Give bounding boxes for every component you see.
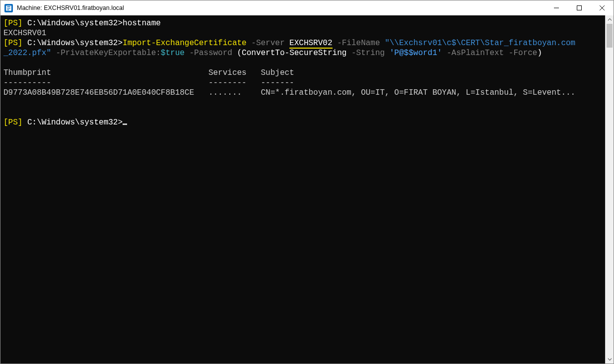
param-asplaintext: -AsPlainText <box>442 49 504 58</box>
param-pke: -PrivateKeyExportable: <box>51 49 161 58</box>
client-area: [PS] C:\Windows\system32>hostname EXCHSR… <box>0 15 614 364</box>
param-server: -Server <box>247 39 289 48</box>
cmd-hostname: hostname <box>123 19 161 28</box>
cursor <box>123 123 127 125</box>
param-string: -String <box>346 49 389 58</box>
title-bar[interactable]: Machine: EXCHSRV01.firatboyan.local <box>0 0 614 15</box>
table-header-services: Services <box>208 68 247 77</box>
maximize-button[interactable] <box>568 0 591 15</box>
param-force: -Force <box>504 49 537 58</box>
paren-open: ( <box>237 49 242 58</box>
table-header-subject: Subject <box>261 68 294 77</box>
scroll-thumb[interactable] <box>607 24 613 48</box>
table-row-thumb: D9773A08B49B728E746EB56D71A0E040CF8B18CE <box>3 88 194 97</box>
param-password: -Password <box>185 49 237 58</box>
table-sep-services: -------- <box>208 78 247 87</box>
minimize-button[interactable] <box>545 0 568 15</box>
scroll-up-button[interactable] <box>606 15 614 24</box>
cmdlet-convert: ConvertTo-SecureString <box>242 49 346 58</box>
prompt-ps: [PS] <box>3 19 22 28</box>
scroll-down-button[interactable] <box>606 355 614 364</box>
value-server: EXCHSRV02 <box>289 39 332 49</box>
app-icon <box>4 4 13 12</box>
table-header-thumb: Thumbprint <box>3 68 51 77</box>
paren-close: ) <box>537 49 542 58</box>
svg-rect-2 <box>577 6 582 10</box>
table-row-subject: CN=*.firatboyan.com, OU=IT, O=FIRAT BOYA… <box>261 88 576 97</box>
terminal-output[interactable]: [PS] C:\Windows\system32>hostname EXCHSR… <box>0 15 605 364</box>
vertical-scrollbar[interactable] <box>605 15 614 364</box>
value-filename-b: _2022.pfx" <box>3 49 51 58</box>
table-sep-thumb: ---------- <box>3 78 51 87</box>
cmdlet-import: Import-ExchangeCertificate <box>123 39 247 48</box>
value-password: 'P@$$word1' <box>390 49 442 58</box>
prompt-path: C:\Windows\system32> <box>22 39 123 48</box>
prompt-ps: [PS] <box>3 39 22 48</box>
close-button[interactable] <box>591 0 614 15</box>
table-row-services: ....... <box>208 88 242 97</box>
table-sep-subject: ------- <box>261 78 294 87</box>
scroll-track[interactable] <box>606 24 614 355</box>
prompt-path: C:\Windows\system32> <box>22 19 123 28</box>
prompt-ps: [PS] <box>3 118 22 127</box>
window-frame: Machine: EXCHSRV01.firatboyan.local [PS]… <box>0 0 614 364</box>
prompt-path: C:\Windows\system32> <box>22 118 123 127</box>
value-filename-a: "\\Exchsrv01\c$\CERT\Star_firatboyan.com <box>385 39 575 48</box>
value-true: $true <box>161 49 185 58</box>
param-filename: -FileName <box>333 39 385 48</box>
hostname-output: EXCHSRV01 <box>3 29 46 38</box>
window-title: Machine: EXCHSRV01.firatboyan.local <box>17 4 124 11</box>
